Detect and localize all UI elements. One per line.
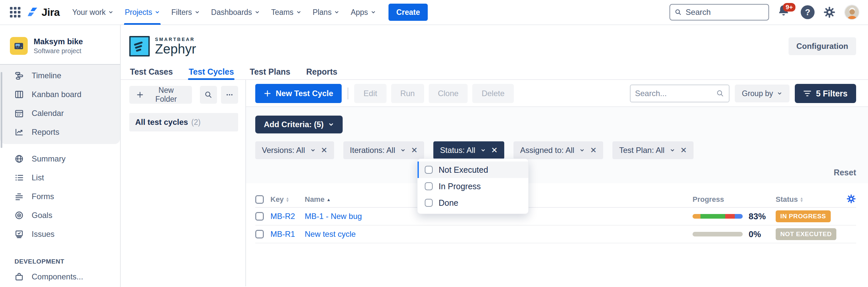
remove-chip-icon[interactable]: ✕ [680,146,687,155]
row-checkbox[interactable] [255,212,264,221]
sidebar-item-components[interactable]: Components... [0,267,120,286]
checkbox[interactable] [425,199,433,207]
reset-filters-link[interactable]: Reset [834,168,856,177]
status-badge: IN PROGRESS [776,210,831,222]
column-header-progress[interactable]: Progress [692,195,724,204]
nav-item-projects[interactable]: Projects [121,0,163,25]
cycle-name-link[interactable]: New test cycle [305,230,356,238]
tab-test-cases[interactable]: Test Cases [129,64,174,79]
nav-item-your-work[interactable]: Your work [69,0,117,25]
tab-test-cycles[interactable]: Test Cycles [188,64,235,79]
folder-count: (2) [191,118,200,127]
remove-chip-icon[interactable]: ✕ [590,146,597,155]
sort-icon: ▲▼ [286,197,289,202]
status-option-not-executed[interactable]: Not Executed [417,162,528,178]
table-row[interactable]: MB-R1 New test cycle 0% NOT EXECUTED [255,226,856,243]
chip-status[interactable]: Status: All ✕ [433,141,504,159]
select-all-checkbox[interactable] [255,195,264,204]
chip-versions[interactable]: Versions: All ✕ [255,141,334,159]
project-header[interactable]: Maksym bike Software project [0,25,120,64]
create-button[interactable]: Create [389,4,428,21]
search-icon [205,91,212,99]
app-switcher-icon[interactable] [8,6,22,19]
delete-button[interactable]: Delete [472,84,514,103]
folder-more-button[interactable] [221,86,238,104]
status-option-done[interactable]: Done [417,195,528,211]
chip-iterations[interactable]: Iterations: All ✕ [343,141,425,159]
sidebar-item-calendar[interactable]: Calendar [0,104,120,122]
sidebar-item-timeline[interactable]: Timeline [0,66,120,85]
notifications-button[interactable]: 9+ [778,4,792,21]
chevron-down-icon [310,148,316,153]
sidebar-item-forms[interactable]: Forms [0,187,120,206]
cycles-search-input[interactable] [635,89,716,98]
edit-button[interactable]: Edit [354,84,386,103]
jira-logo[interactable]: Jira [28,6,60,19]
nav-item-filters[interactable]: Filters [168,0,203,25]
sidebar-item-label: Issues [32,230,54,239]
settings-gear-icon[interactable] [823,6,836,19]
configuration-button[interactable]: Configuration [788,37,856,55]
chevron-down-icon [328,121,334,127]
nav-item-apps[interactable]: Apps [347,0,379,25]
folder-search-button[interactable] [200,86,217,104]
cycles-toolbar: New Test Cycle Edit Run Clone Delete [255,84,856,103]
clone-button[interactable]: Clone [429,84,468,103]
run-button[interactable]: Run [391,84,424,103]
global-search[interactable] [670,4,769,21]
column-header-status[interactable]: Status▲▼ [776,195,803,204]
progress-bar [692,232,743,236]
new-folder-button[interactable]: New Folder [129,86,192,104]
progress-bar [692,214,743,219]
module-tabs: Test Cases Test Cycles Test Plans Report… [121,64,868,80]
top-nav: Jira Your work Projects Filters Dashboar… [0,0,868,25]
checkbox[interactable] [425,166,433,174]
checkbox[interactable] [425,182,433,190]
tab-reports[interactable]: Reports [305,64,338,79]
help-button[interactable]: ? [801,5,814,19]
status-option-in-progress[interactable]: In Progress [417,178,528,195]
chip-assigned-to[interactable]: Assigned to: All ✕ [514,141,603,159]
vendor-name: SMARTBEAR [155,37,196,42]
remove-chip-icon[interactable]: ✕ [491,146,498,155]
chevron-down-icon [670,148,675,153]
remove-chip-icon[interactable]: ✕ [321,146,328,155]
table-row[interactable]: MB-R2 MB-1 - New bug 83% IN PROGRESS [255,208,856,226]
group-by-button[interactable]: Group by [735,85,790,103]
nav-item-label: Apps [350,8,368,17]
tab-test-plans[interactable]: Test Plans [249,64,291,79]
cycles-search[interactable] [630,85,730,103]
sidebar-item-kanban-board[interactable]: Kanban board [0,85,120,104]
add-criteria-button[interactable]: Add Criteria: (5) [255,116,343,134]
nav-item-plans[interactable]: Plans [309,0,343,25]
sidebar-item-label: Calendar [32,109,64,118]
global-search-input[interactable] [686,8,764,17]
sidebar-item-summary[interactable]: Summary [0,149,120,168]
cycle-key-link[interactable]: MB-R1 [271,230,295,238]
remove-chip-icon[interactable]: ✕ [411,146,417,155]
table-settings-gear-icon[interactable] [846,199,856,205]
globe-icon [14,154,24,164]
option-label: Not Executed [439,165,488,175]
column-header-key[interactable]: Key▲▼ [271,195,289,204]
sidebar-scrollbar[interactable] [1,72,2,148]
sidebar-item-issues[interactable]: Issues [0,225,120,243]
row-checkbox[interactable] [255,230,264,238]
cycle-key-link[interactable]: MB-R2 [271,212,295,221]
sidebar-item-list[interactable]: List [0,168,120,187]
sidebar-item-reports[interactable]: Reports [0,122,120,141]
new-test-cycle-button[interactable]: New Test Cycle [255,84,342,103]
all-test-cycles-folder[interactable]: All test cycles (2) [129,113,238,132]
filters-button[interactable]: 5 Filters [795,84,856,103]
user-avatar[interactable] [844,5,860,20]
product-name: Zephyr [155,42,196,56]
sidebar-item-goals[interactable]: Goals [0,206,120,225]
nav-item-teams[interactable]: Teams [268,0,305,25]
column-header-name[interactable]: Name▲ [305,195,331,204]
chip-label: Assigned to: All [520,146,574,155]
chip-test-plan[interactable]: Test Plan: All ✕ [612,141,693,159]
nav-item-dashboards[interactable]: Dashboards [208,0,263,25]
sidebar-item-label: Kanban board [32,90,82,99]
cycle-name-link[interactable]: MB-1 - New bug [305,212,362,221]
nav-item-label: Your work [72,8,105,17]
